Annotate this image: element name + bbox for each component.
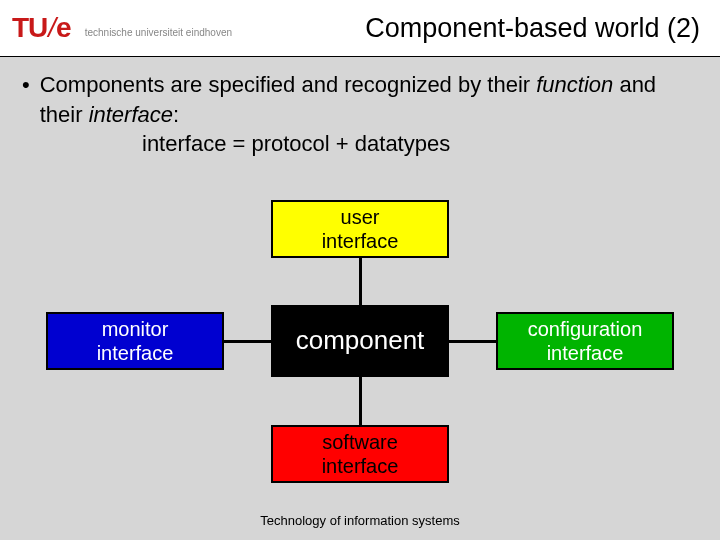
box-monitor-interface: monitor interface (46, 312, 224, 370)
connector-top (359, 258, 362, 305)
logo-slash: / (47, 12, 56, 43)
box-component: component (271, 305, 449, 377)
connector-bottom (359, 377, 362, 425)
header-divider (0, 56, 720, 57)
component-diagram: user interface monitor interface compone… (0, 200, 720, 490)
box-configuration-interface: configuration interface (496, 312, 674, 370)
connector-left (224, 340, 271, 343)
logo-tu: TU (12, 12, 47, 43)
slide-title: Component-based world (2) (232, 13, 708, 44)
bullet-marker: • (22, 70, 30, 129)
box-user-interface: user interface (271, 200, 449, 258)
bullet-item: • Components are specified and recognize… (22, 70, 698, 129)
bullet-text: Components are specified and recognized … (40, 70, 698, 129)
logo-mark: TU/e (12, 12, 71, 44)
slide-header: TU/e technische universiteit eindhoven C… (0, 0, 720, 56)
slide-footer: Technology of information systems (0, 513, 720, 528)
logo-subtitle: technische universiteit eindhoven (85, 27, 232, 38)
logo-e: e (56, 12, 71, 43)
slide-body: • Components are specified and recognize… (22, 70, 698, 159)
connector-right (449, 340, 496, 343)
box-software-interface: software interface (271, 425, 449, 483)
bullet-subline: interface = protocol + datatypes (142, 129, 698, 159)
logo: TU/e technische universiteit eindhoven (12, 12, 232, 44)
